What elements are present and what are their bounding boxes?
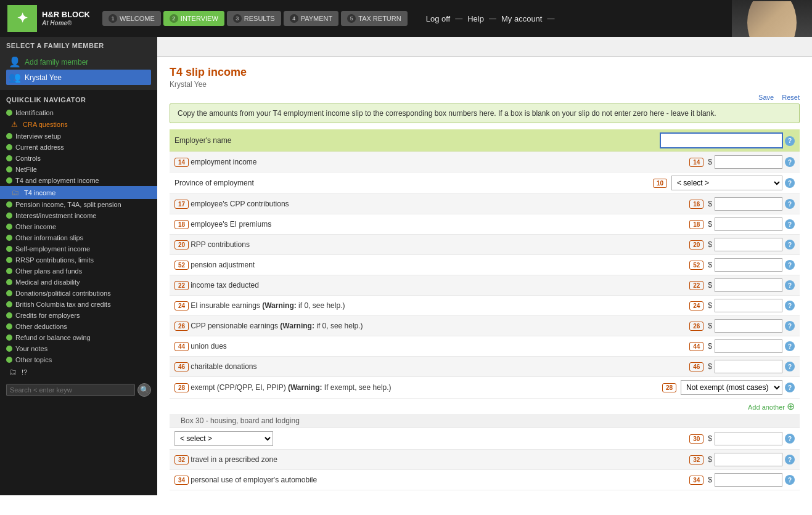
nav-interest[interactable]: Interest/investment income (0, 210, 157, 221)
province-help[interactable]: ? (785, 178, 795, 188)
nav-current-address[interactable]: Current address (0, 142, 157, 153)
tab-results[interactable]: 3 RESULTS (227, 11, 281, 26)
form-table: Employer's name ? 14employment income 14 (170, 129, 800, 399)
family-section: Select a family Member 👤 Add family memb… (0, 37, 157, 90)
box30-select[interactable]: < select > (174, 431, 273, 446)
nav-interview-setup[interactable]: Interview setup (0, 131, 157, 142)
box18-help[interactable]: ? (785, 219, 795, 229)
box18-input[interactable] (715, 217, 782, 231)
content: T4 slip income Krystal Yee Save Reset Co… (157, 57, 812, 495)
add-family-member[interactable]: 👤 Add family member (6, 54, 151, 70)
box17-row: 17employee's CPP contributions 16 $ ? (170, 194, 800, 214)
search-input[interactable] (6, 384, 135, 396)
tab-taxreturn[interactable]: 5 TAX RETURN (341, 11, 407, 26)
myaccount-link[interactable]: My account (501, 14, 542, 23)
box28-row: 28exempt (CPP/QPP, EI, PPIP) (Warning: I… (170, 377, 800, 399)
box17-help[interactable]: ? (785, 199, 795, 209)
box20-input[interactable] (715, 238, 782, 251)
nav-controls[interactable]: Controls (0, 153, 157, 164)
box26-help[interactable]: ? (785, 321, 795, 331)
box30-row: < select > 30 $ ? (170, 428, 800, 450)
add-another-link[interactable]: Add another (748, 403, 785, 411)
add-another-row: Add another ⊕ (170, 399, 800, 414)
box46-num: 46 (689, 362, 703, 371)
sidebar: Select a family Member 👤 Add family memb… (0, 37, 157, 495)
nav-netfile[interactable]: NetFile (0, 164, 157, 175)
box24-help[interactable]: ? (785, 301, 795, 310)
nav-pension[interactable]: Pension income, T4A, split pension (0, 199, 157, 210)
nav-other-info-slips[interactable]: Other information slips (0, 232, 157, 243)
nav-t4-employment[interactable]: T4 and employment income (0, 175, 157, 186)
nav-identification[interactable]: Identification (0, 107, 157, 118)
box28-select[interactable]: Not exempt (most cases) (681, 380, 782, 395)
province-num: 10 (653, 179, 667, 188)
box20-help[interactable]: ? (785, 240, 795, 249)
box28-help[interactable]: ? (785, 383, 795, 392)
nav-refund[interactable]: Refund or balance owing (0, 332, 157, 343)
nav-your-notes[interactable]: Your notes (0, 343, 157, 354)
logoff-link[interactable]: Log off (426, 14, 451, 23)
nav-t4-income[interactable]: 🗂T4 income (0, 186, 157, 199)
box44-help[interactable]: ? (785, 341, 795, 351)
box14-input[interactable] (715, 155, 782, 169)
nav-self-employment[interactable]: Self-employment income (0, 243, 157, 254)
box44-input[interactable] (715, 339, 782, 353)
box30-input[interactable] (715, 432, 782, 445)
box32-input[interactable] (715, 453, 782, 466)
nav-bc-tax[interactable]: British Columbia tax and credits (0, 299, 157, 310)
box26-input[interactable] (715, 319, 782, 333)
box14-num: 14 (689, 158, 703, 167)
box46-help[interactable]: ? (785, 362, 795, 371)
employer-help-icon[interactable]: ? (785, 136, 795, 146)
search-button[interactable]: 🔍 (137, 383, 151, 397)
housing-header-row: Box 30 - housing, board and lodging (170, 414, 800, 428)
box17-input[interactable] (715, 197, 782, 211)
nav-other-plans[interactable]: Other plans and funds (0, 266, 157, 277)
box30-num: 30 (689, 434, 703, 444)
box24-input[interactable] (715, 299, 782, 312)
nav-other-income[interactable]: Other income (0, 221, 157, 232)
employer-name-input[interactable] (660, 132, 783, 148)
nav-rrsp[interactable]: RRSP contributions, limits (0, 254, 157, 266)
nav-cra-questions[interactable]: ⚠CRA questions (0, 118, 157, 131)
box22-help[interactable]: ? (785, 280, 795, 290)
tab-payment[interactable]: 4 PAYMENT (284, 11, 339, 26)
box52-help[interactable]: ? (785, 260, 795, 270)
province-select[interactable]: < select > (671, 176, 782, 190)
save-link[interactable]: Save (758, 94, 774, 101)
nav-other-topics[interactable]: Other topics (0, 354, 157, 365)
box28-num: 28 (662, 383, 676, 392)
header: ✦ H&R BLOCK At Home® 1 WELCOME 2 INTERVI… (0, 0, 812, 37)
box30-help[interactable]: ? (785, 434, 795, 444)
page-subtitle: Krystal Yee (170, 80, 800, 89)
top-bar (157, 37, 812, 57)
box18-row: 18employee's EI premiums 18 $ ? (170, 214, 800, 235)
box14-help[interactable]: ? (785, 157, 795, 167)
header-image (732, 0, 812, 37)
box32-help[interactable]: ? (785, 455, 795, 464)
family-member-krystal[interactable]: 👥 Krystal Yee (6, 70, 151, 85)
province-row: Province of employment 10 < select > ? (170, 172, 800, 194)
main-layout: Select a family Member 👤 Add family memb… (0, 37, 812, 495)
box34-input[interactable] (715, 473, 782, 487)
box34-row: 34personal use of employer's automobile … (170, 470, 800, 490)
help-link[interactable]: Help (467, 14, 484, 23)
reset-link[interactable]: Reset (782, 94, 800, 101)
box46-input[interactable] (715, 360, 782, 373)
box14-row: 14employment income 14 $ ? (170, 152, 800, 172)
box22-num: 22 (689, 281, 703, 290)
nav-donations[interactable]: Donations/political contributions (0, 288, 157, 299)
nav-credits-employers[interactable]: Credits for employers (0, 310, 157, 321)
tab-interview[interactable]: 2 INTERVIEW (163, 11, 224, 26)
box46-row: 46charitable donations 46 $ ? (170, 357, 800, 377)
nav-medical[interactable]: Medical and disability (0, 277, 157, 288)
box34-help[interactable]: ? (785, 475, 795, 485)
add-icon[interactable]: ⊕ (787, 401, 795, 412)
box22-row: 22income tax deducted 22 $ ? (170, 275, 800, 296)
tab-welcome[interactable]: 1 WELCOME (102, 11, 161, 26)
box22-input[interactable] (715, 278, 782, 292)
employer-name-row: Employer's name ? (170, 129, 800, 152)
nav-exclaim[interactable]: 🗂!? (0, 365, 157, 378)
box52-input[interactable] (715, 258, 782, 272)
nav-other-deductions[interactable]: Other deductions (0, 321, 157, 332)
